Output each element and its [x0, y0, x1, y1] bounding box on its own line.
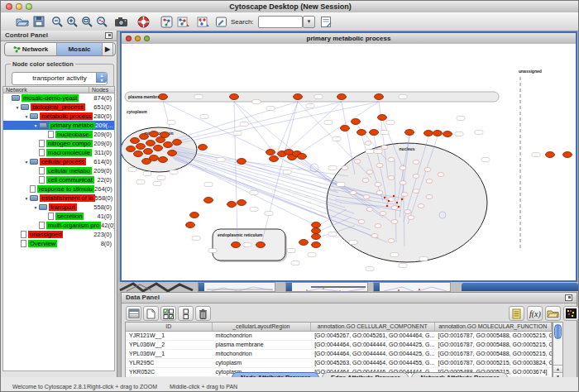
table-row[interactable]: YPL036W__1mitochondrion[GO:0044464, GO:0… [126, 350, 552, 359]
gene-node[interactable] [127, 146, 136, 152]
column-id[interactable]: ID [126, 323, 213, 331]
gene-node[interactable] [294, 94, 303, 100]
gene-node[interactable] [136, 144, 146, 150]
gene-node[interactable] [312, 228, 321, 234]
browser-mode-icon[interactable] [126, 306, 141, 321]
zoom-out-icon[interactable] [49, 14, 65, 29]
save-session-icon[interactable] [31, 14, 47, 29]
gene-node[interactable] [142, 159, 151, 165]
table-vertical-scrollbar[interactable]: ▲ ▼ [553, 322, 563, 381]
label-icon[interactable] [509, 306, 524, 321]
expander-icon[interactable]: ▼ [14, 105, 21, 110]
gene-node[interactable] [144, 149, 153, 155]
table-row[interactable]: YPL036W__2plasma membrane[GO:0044464, GO… [126, 341, 552, 350]
gene-node[interactable] [405, 130, 414, 136]
gene-node[interactable] [370, 130, 379, 136]
create-attribute-icon[interactable] [143, 306, 159, 321]
gene-node[interactable] [424, 131, 433, 136]
zoom-in-icon[interactable] [64, 14, 80, 29]
gene-node[interactable] [131, 138, 140, 144]
gene-node[interactable] [312, 234, 321, 240]
tab-network[interactable]: Network [5, 43, 57, 55]
gene-node[interactable] [357, 130, 366, 136]
tree-row[interactable]: secretion41(0) [3, 212, 114, 221]
search-dropdown-arrow-icon[interactable]: ▼ [303, 16, 315, 28]
tree-row[interactable]: ▼primary metabo209(... [3, 121, 114, 130]
tab-mosaic[interactable]: Mosaic [57, 43, 103, 55]
float-data-panel-icon[interactable] [565, 294, 572, 301]
tree-row[interactable]: mosaic-demo-yeast874(0) [3, 93, 114, 103]
network-view-window[interactable]: primary metabolic process plasma membran… [120, 31, 577, 282]
background-window-titlebar[interactable] [462, 283, 578, 291]
gene-node[interactable] [190, 213, 199, 218]
gene-node[interactable] [173, 140, 182, 146]
vizmapper-icon[interactable] [175, 14, 192, 29]
gene-node[interactable] [164, 142, 173, 148]
tree-column-network[interactable]: Network [3, 87, 89, 93]
tree-row[interactable]: response to stimulu264(0) [3, 184, 114, 194]
gene-node[interactable] [159, 157, 168, 163]
tree-row[interactable]: macromolecule311(0) [3, 148, 114, 157]
zoom-selected-icon[interactable] [93, 14, 110, 29]
column-go-molecular-function[interactable]: annotation.GO MOLECULAR_FUNCTION [435, 323, 552, 331]
gene-node[interactable] [186, 222, 195, 228]
gene-node[interactable] [146, 141, 156, 146]
gene-node[interactable] [134, 151, 143, 157]
gene-node[interactable] [563, 152, 572, 158]
matrix-icon[interactable] [563, 306, 579, 321]
node-color-combo[interactable]: transporter activity ▲▼ [12, 72, 108, 85]
gene-node[interactable] [312, 222, 321, 228]
open-session-icon[interactable] [14, 14, 31, 29]
search-input[interactable] [260, 17, 299, 25]
gene-node[interactable] [140, 134, 149, 140]
expander-icon[interactable]: ▼ [23, 196, 30, 201]
background-window[interactable] [373, 282, 451, 292]
column-go-cellular-component[interactable]: annotation.GO CELLULAR_COMPONENT [311, 323, 434, 331]
gene-node[interactable] [378, 115, 387, 121]
expander-icon[interactable]: ▼ [23, 114, 30, 119]
column-cellular-layout-region[interactable]: _cellularLayoutRegion [213, 323, 312, 331]
gene-node[interactable] [546, 152, 555, 158]
gene-node[interactable] [266, 150, 275, 155]
import-attributes-icon[interactable] [545, 306, 561, 321]
gene-node[interactable] [337, 94, 347, 100]
expander-icon[interactable]: ▼ [32, 205, 39, 210]
network-canvas[interactable]: plasma membranecytoplasmmitochondrionnuc… [122, 44, 576, 280]
tree-row[interactable]: ▼cellular process614(0) [3, 157, 114, 166]
help-lifering-icon[interactable] [135, 14, 151, 29]
gene-node[interactable] [204, 198, 213, 203]
expander-icon[interactable]: ▼ [23, 160, 30, 165]
gene-node[interactable] [150, 131, 159, 137]
gene-node[interactable] [341, 126, 350, 131]
tree-row[interactable]: cellular metabo209(0) [3, 166, 114, 175]
tree-row[interactable]: ▼biological_process651(0) [3, 103, 114, 112]
snapshot-camera-icon[interactable] [112, 14, 129, 29]
tree-column-nodes[interactable]: Nodes [89, 87, 108, 93]
gene-node[interactable] [237, 159, 246, 165]
gene-node[interactable] [237, 200, 246, 206]
gene-node[interactable] [232, 242, 241, 248]
tree-row[interactable]: cell communicat22(0) [3, 175, 114, 184]
gene-node[interactable] [256, 242, 266, 248]
unselect-attributes-icon[interactable] [178, 306, 194, 321]
annotation-icon[interactable] [213, 14, 229, 29]
float-panel-icon[interactable] [105, 32, 112, 39]
tree-row[interactable]: ▼metabolic process280(0) [3, 112, 114, 121]
tree-row[interactable]: nitrogen compo209(0) [3, 139, 114, 148]
table-row[interactable]: YLR295Ccytoplasm[GO:0045263, GO:0044464,… [126, 359, 552, 368]
gene-node[interactable] [168, 151, 177, 156]
function-builder-icon[interactable]: f(x) [527, 306, 543, 321]
expander-icon[interactable]: ▼ [32, 123, 39, 128]
combo-stepper-icon[interactable]: ▲▼ [96, 73, 107, 83]
tree-row[interactable]: unassigned223(0) [3, 230, 114, 239]
gene-node[interactable] [352, 119, 361, 125]
gene-node[interactable] [159, 94, 168, 100]
tree-row[interactable]: Overview8(0) [3, 239, 114, 248]
table-row[interactable]: YJR121W__1mitochondrion[GO:0045267, GO:0… [126, 332, 552, 341]
delete-attribute-icon[interactable] [195, 306, 211, 321]
gene-node[interactable] [227, 202, 237, 208]
tree-row[interactable]: ▼transport558(0) [3, 203, 114, 212]
gene-node[interactable] [375, 94, 384, 100]
gene-node[interactable] [154, 146, 163, 151]
background-window[interactable] [285, 282, 368, 292]
